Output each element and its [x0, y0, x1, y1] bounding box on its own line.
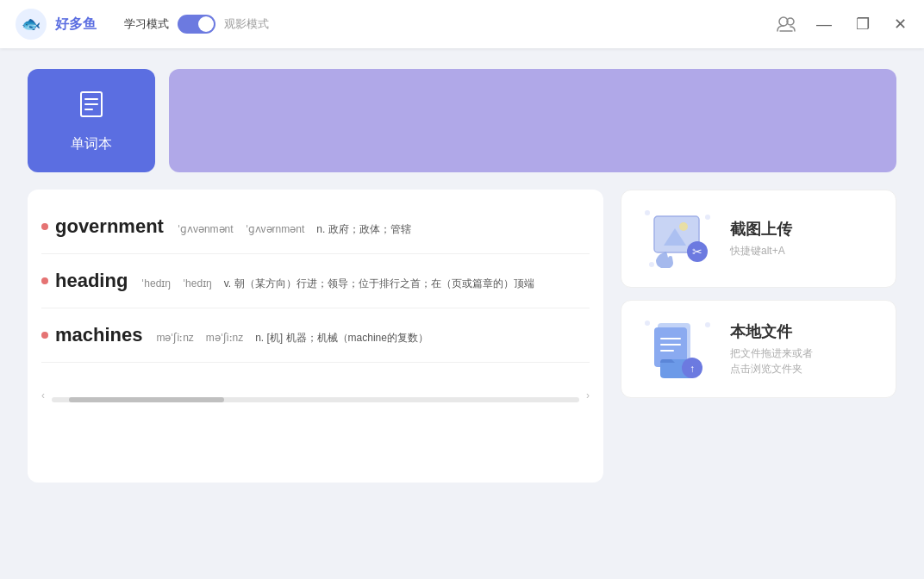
svg-point-9 [645, 210, 650, 215]
purple-banner [169, 69, 896, 172]
word-entry-heading: heading ˈhedɪŋ ˈhedɪŋ v. 朝（某方向）行进；领导；位于排… [41, 254, 590, 308]
local-file-subtitle: 把文件拖进来或者 点击浏览文件夹 [730, 346, 878, 377]
word-heading[interactable]: heading [55, 270, 128, 292]
profile-icon[interactable] [777, 16, 796, 33]
screenshot-subtitle: 快捷键alt+A [730, 243, 878, 258]
vocab-card-label: 单词本 [71, 135, 112, 153]
vocab-card[interactable]: 单词本 [28, 69, 155, 172]
mode-toggle-area: 学习模式 观影模式 [124, 15, 269, 34]
scroll-left-arrow[interactable]: ‹ [41, 389, 45, 402]
vocab-book-icon [76, 89, 107, 127]
svg-point-10 [705, 215, 710, 220]
phonetic1-government: ˈɡʌvənmənt [178, 223, 234, 235]
screenshot-card[interactable]: ✂ 截图上传 快捷键alt+A [621, 190, 896, 288]
title-bar: 🐟 好多鱼 学习模式 观影模式 — ❐ ✕ [0, 0, 924, 48]
word-government[interactable]: government [55, 215, 164, 238]
meaning-heading: v. 朝（某方向）行进；领导；位于排行之首；在（页或篇章的）顶端 [224, 276, 534, 291]
mode-left-label: 学习模式 [124, 16, 169, 32]
phonetic2-machines: məˈʃiːnz [206, 332, 243, 344]
top-section: 单词本 [28, 69, 896, 172]
svg-point-14 [679, 222, 688, 231]
scroll-right-arrow[interactable]: › [586, 389, 590, 402]
bottom-section: government ˈɡʌvənmənt ˈɡʌvərnmənt n. 政府；… [28, 190, 896, 482]
mode-right-label: 观影模式 [224, 16, 269, 32]
phonetic1-machines: məˈʃiːnz [157, 332, 194, 344]
logo-icon: 🐟 [14, 7, 48, 41]
word-dot-3 [41, 332, 48, 339]
restore-button[interactable]: ❐ [852, 13, 873, 35]
svg-text:↑: ↑ [690, 363, 695, 375]
svg-point-11 [649, 262, 654, 267]
local-file-title: 本地文件 [730, 321, 878, 342]
close-button[interactable]: ✕ [890, 13, 910, 35]
word-entry-machines: machines məˈʃiːnz məˈʃiːnz n. [机] 机器；机械（… [41, 308, 590, 363]
main-content: 单词本 government ˈɡʌvənmənt ˈɡʌvərnmənt n.… [0, 48, 924, 503]
word-entry-government: government ˈɡʌvənmənt ˈɡʌvərnmənt n. 政府；… [41, 200, 590, 254]
mode-toggle-switch[interactable] [178, 15, 215, 34]
word-dot-2 [41, 277, 48, 284]
screenshot-title: 截图上传 [730, 219, 878, 240]
svg-point-17 [645, 321, 650, 326]
meaning-government: n. 政府；政体；管辖 [316, 221, 410, 237]
toggle-knob [198, 16, 214, 32]
phonetic2-government: ˈɡʌvərnmənt [246, 223, 305, 235]
word-list-card: government ˈɡʌvənmənt ˈɡʌvərnmənt n. 政府；… [28, 190, 603, 482]
phonetic2-heading: ˈhedɪŋ [183, 277, 212, 290]
list-scrollbar [52, 397, 579, 402]
phonetic1-heading: ˈhedɪŋ [141, 277, 171, 290]
logo-area: 🐟 好多鱼 [14, 7, 97, 41]
app-title: 好多鱼 [55, 16, 97, 34]
svg-point-18 [705, 322, 710, 327]
word-dot [41, 223, 48, 230]
scrollbar-thumb [69, 397, 224, 402]
local-file-icon: ↑ [639, 314, 716, 383]
minimize-button[interactable]: — [813, 13, 835, 35]
screenshot-icon: ✂ [639, 204, 716, 273]
word-machines[interactable]: machines [55, 324, 143, 346]
right-panel: ✂ 截图上传 快捷键alt+A [621, 190, 896, 482]
screenshot-text: 截图上传 快捷键alt+A [730, 219, 878, 258]
title-bar-controls: — ❐ ✕ [777, 13, 910, 35]
meaning-machines: n. [机] 机器；机械（machine的复数） [255, 330, 428, 346]
svg-text:🐟: 🐟 [22, 15, 41, 34]
local-file-card[interactable]: ↑ 本地文件 把文件拖进来或者 点击浏览文件夹 [621, 300, 896, 398]
local-file-text: 本地文件 把文件拖进来或者 点击浏览文件夹 [730, 321, 878, 377]
svg-text:✂: ✂ [692, 245, 702, 258]
